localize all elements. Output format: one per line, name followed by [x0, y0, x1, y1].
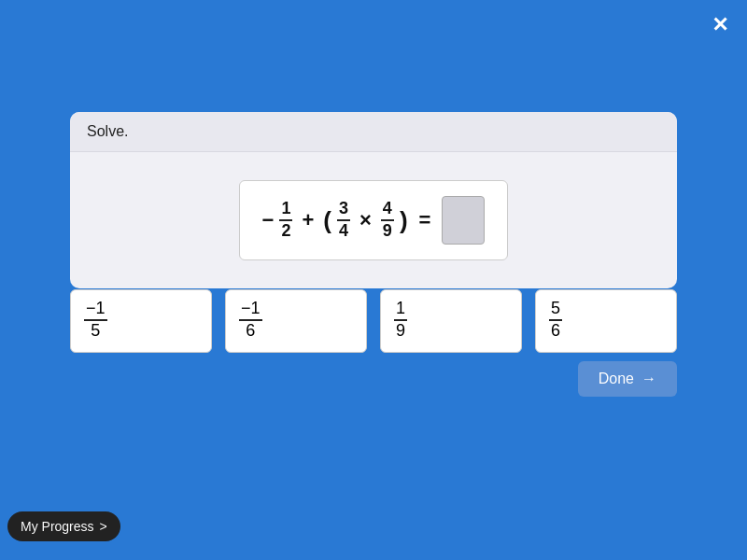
choice-1-den: 6 [244, 321, 257, 341]
done-arrow-icon: → [641, 371, 656, 387]
choice-3-den: 6 [549, 321, 562, 341]
answer-input-box[interactable] [442, 196, 485, 245]
choice-3-frac: 5 6 [549, 300, 562, 341]
equation-box: − 1 2 + ( 3 4 × 4 9 [239, 180, 509, 260]
done-label: Done [599, 371, 634, 387]
main-card: Solve. − 1 2 + ( 3 4 × [70, 112, 677, 288]
answer-choices-container: −1 5 −1 6 1 9 5 6 [70, 289, 677, 353]
choice-1-frac: −1 6 [239, 300, 262, 341]
equation-display: − 1 2 + ( 3 4 × 4 9 [262, 196, 486, 245]
choice-button-1[interactable]: −1 6 [225, 289, 367, 353]
choice-0-den: 5 [89, 321, 102, 341]
choice-button-3[interactable]: 5 6 [535, 289, 677, 353]
choice-0-frac: −1 5 [84, 300, 107, 341]
close-paren: ) [400, 206, 408, 235]
my-progress-label: My Progress [21, 519, 94, 534]
my-progress-button[interactable]: My Progress > [7, 511, 120, 541]
done-button[interactable]: Done → [578, 361, 677, 397]
frac1-denominator: 2 [279, 221, 292, 241]
card-body: − 1 2 + ( 3 4 × 4 9 [70, 152, 677, 288]
open-paren: ( [323, 206, 331, 235]
choice-2-frac: 1 9 [394, 300, 407, 341]
equals-sign: = [419, 208, 431, 232]
choice-1-num: −1 [239, 300, 262, 321]
fraction-four-ninths: 4 9 [381, 200, 394, 241]
instruction-text: Solve. [87, 123, 128, 139]
neg-sign-1: − [262, 208, 275, 232]
times-sign: × [359, 208, 372, 232]
close-button[interactable]: ✕ [712, 15, 728, 35]
plus-sign: + [302, 208, 314, 232]
fraction-one-half: 1 2 [279, 200, 292, 241]
choice-2-num: 1 [394, 300, 407, 321]
choice-0-num: −1 [84, 300, 107, 321]
frac2-denominator: 4 [337, 221, 350, 241]
fraction-three-quarters: 3 4 [337, 200, 350, 241]
choice-3-num: 5 [549, 300, 562, 321]
frac3-numerator: 4 [381, 200, 394, 221]
my-progress-arrow-icon: > [100, 519, 107, 534]
frac1-numerator: 1 [279, 200, 292, 221]
frac3-denominator: 9 [381, 221, 394, 241]
choice-button-2[interactable]: 1 9 [380, 289, 522, 353]
choice-button-0[interactable]: −1 5 [70, 289, 212, 353]
choice-2-den: 9 [394, 321, 407, 341]
frac2-numerator: 3 [337, 200, 350, 221]
card-header: Solve. [70, 112, 677, 152]
